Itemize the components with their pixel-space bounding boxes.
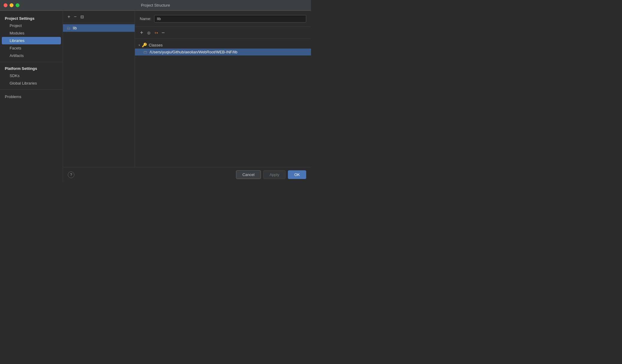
sidebar-item-modules[interactable]: Modules xyxy=(0,29,63,37)
minimize-button[interactable] xyxy=(10,3,13,7)
add-library-button[interactable]: + xyxy=(66,13,72,20)
sidebar-divider xyxy=(0,62,63,62)
platform-settings-label: Platform Settings xyxy=(0,64,63,72)
sidebar-item-artifacts[interactable]: Artifacts xyxy=(0,52,63,59)
sidebar-item-global-libraries[interactable]: Global Libraries xyxy=(0,79,63,87)
classes-group-header[interactable]: ▾ 🔑 Classes xyxy=(135,41,311,49)
add-spec-button[interactable]: ⊕ xyxy=(145,29,152,37)
center-content: + − ⊟ 🗂 lib xyxy=(63,11,311,167)
add-orange-icon: +▪ xyxy=(154,31,158,35)
remove-icon: − xyxy=(74,14,76,19)
add-icon: + xyxy=(67,14,70,19)
remove-root-button[interactable]: − xyxy=(160,29,166,37)
library-list-area: + − ⊟ 🗂 lib xyxy=(63,11,135,167)
title-bar: Project Structure xyxy=(0,0,311,11)
copy-library-button[interactable]: ⊟ xyxy=(79,13,85,20)
library-list: 🗂 lib xyxy=(63,23,135,167)
sidebar-divider2 xyxy=(0,89,63,90)
copy-icon: ⊟ xyxy=(80,14,84,19)
window-controls xyxy=(4,3,19,7)
sidebar-item-facets[interactable]: Facets xyxy=(0,44,63,52)
add-spec-icon: ⊕ xyxy=(147,30,151,36)
detail-toolbar: + ⊕ +▪ − xyxy=(135,27,311,39)
add-orange-button[interactable]: +▪ xyxy=(153,30,160,36)
classes-icon: 🔑 xyxy=(142,43,147,47)
bottom-bar: ? Cancel Apply OK xyxy=(63,167,311,182)
main-content: Project Settings Project Modules Librari… xyxy=(0,11,311,182)
right-panel: + − ⊟ 🗂 lib xyxy=(63,11,311,182)
maximize-button[interactable] xyxy=(16,3,19,7)
close-button[interactable] xyxy=(4,3,7,7)
path-value: /Users/yuqiu/Github/aeolian/WebRoot/WEB-… xyxy=(150,50,237,54)
library-toolbar: + − ⊟ xyxy=(63,11,135,23)
chevron-down-icon: ▾ xyxy=(139,43,140,47)
classes-tree: ▾ 🔑 Classes 🗃 /Users/yuqiu/Github/aeolia… xyxy=(135,39,311,167)
sidebar-item-sdks[interactable]: SDKs xyxy=(0,72,63,79)
detail-area: Name: + ⊕ +▪ − ▾ xyxy=(135,11,311,167)
sidebar-item-libraries[interactable]: Libraries xyxy=(2,37,61,44)
name-row: Name: xyxy=(135,11,311,27)
sidebar-item-project[interactable]: Project xyxy=(0,22,63,29)
help-icon: ? xyxy=(70,173,72,177)
folder-icon: 🗃 xyxy=(143,50,147,54)
window-title: Project Structure xyxy=(141,3,170,7)
library-item-lib[interactable]: 🗂 lib xyxy=(63,24,135,32)
add-root-button[interactable]: + xyxy=(139,29,145,37)
classes-label: Classes xyxy=(149,43,163,47)
library-item-icon: 🗂 xyxy=(67,26,70,30)
cancel-button[interactable]: Cancel xyxy=(236,170,261,179)
sidebar-item-problems[interactable]: Problems xyxy=(0,92,63,100)
tree-item-path[interactable]: 🗃 /Users/yuqiu/Github/aeolian/WebRoot/WE… xyxy=(135,49,311,55)
name-label: Name: xyxy=(140,16,151,21)
sidebar: Project Settings Project Modules Librari… xyxy=(0,11,63,182)
library-item-label: lib xyxy=(73,26,77,30)
apply-button[interactable]: Apply xyxy=(263,170,286,179)
remove-library-button[interactable]: − xyxy=(72,13,78,20)
ok-button[interactable]: OK xyxy=(288,170,306,179)
name-input[interactable] xyxy=(154,15,306,22)
help-button[interactable]: ? xyxy=(68,172,74,178)
project-settings-label: Project Settings xyxy=(0,14,63,22)
